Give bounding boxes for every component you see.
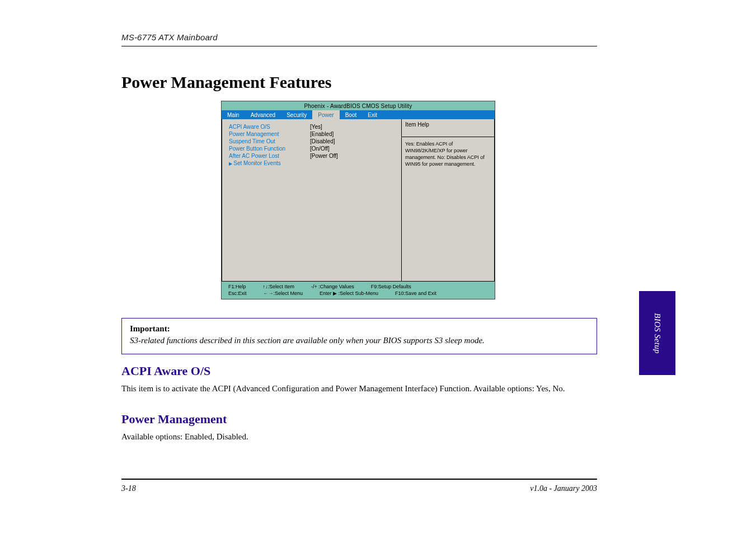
- bios-tab-bar: Main Advanced Security Power Boot Exit: [222, 110, 495, 119]
- important-text: S3-related functions described in this s…: [130, 335, 589, 346]
- bios-row[interactable]: ACPI Aware O/S [Yes]: [229, 124, 396, 130]
- bios-body: ACPI Aware O/S [Yes] Power Management [E…: [222, 119, 495, 282]
- bios-field-label: After AC Power Lost: [229, 153, 310, 159]
- bios-field-value: [Enabled]: [310, 131, 334, 137]
- bios-footer-row: Esc:Exit ←→:Select Menu Enter ▶ :Select …: [228, 291, 490, 297]
- field-desc-power-management: Available options: Enabled, Disabled.: [121, 431, 597, 443]
- bios-field-label: Power Button Function: [229, 146, 310, 152]
- bios-screenshot: Phoenix - AwardBIOS CMOS Setup Utility M…: [221, 101, 495, 299]
- bios-field-label: Power Management: [229, 131, 310, 137]
- bios-tab-security[interactable]: Security: [281, 110, 312, 119]
- bios-hint: ↑↓:Select Item: [263, 284, 295, 291]
- bios-footer: F1:Help ↑↓:Select Item -/+ :Change Value…: [222, 282, 495, 299]
- page-number: 3-18: [121, 484, 136, 493]
- side-tab-label: BIOS Setup: [652, 313, 662, 354]
- footer-version: v1.0a - January 2003: [530, 484, 597, 493]
- bios-title: Phoenix - AwardBIOS CMOS Setup Utility: [222, 101, 495, 110]
- field-heading-power-management: Power Management: [121, 412, 227, 427]
- bios-footer-row: F1:Help ↑↓:Select Item -/+ :Change Value…: [228, 284, 490, 291]
- field-desc-acpi: This item is to activate the ACPI (Advan…: [121, 383, 597, 395]
- bios-hint: F9:Setup Defaults: [371, 284, 411, 291]
- bios-hint: F10:Save and Exit: [395, 291, 436, 297]
- bios-row[interactable]: Suspend Time Out [Disabled]: [229, 138, 396, 144]
- bios-tab-exit[interactable]: Exit: [362, 110, 383, 119]
- bios-right-panel: Item Help Yes: Enables ACPI of WIN98/2K/…: [402, 119, 495, 282]
- bios-help-header: Item Help: [402, 119, 495, 137]
- page: MS-6775 ATX Mainboard Power Management F…: [0, 0, 756, 534]
- bios-hint: ←→:Select Menu: [264, 291, 303, 297]
- bios-hint: Enter ▶ :Select Sub-Menu: [320, 291, 378, 297]
- important-label: Important:: [130, 324, 589, 334]
- bios-field-value: [Power Off]: [310, 153, 338, 159]
- side-tab: BIOS Setup: [639, 291, 675, 375]
- bios-field-value: [On/Off]: [310, 146, 330, 152]
- bios-left-panel: ACPI Aware O/S [Yes] Power Management [E…: [222, 119, 402, 282]
- field-heading-acpi: ACPI Aware O/S: [121, 364, 210, 378]
- bios-row[interactable]: Power Button Function [On/Off]: [229, 146, 396, 152]
- bios-hint: F1:Help: [228, 284, 246, 291]
- page-header: MS-6775 ATX Mainboard: [121, 32, 597, 46]
- footer-rule: [121, 479, 597, 480]
- section-heading: Power Management Features: [121, 73, 331, 92]
- bios-hint: -/+ :Change Values: [311, 284, 354, 291]
- bios-hint: Esc:Exit: [228, 291, 247, 297]
- bios-row[interactable]: Power Management [Enabled]: [229, 131, 396, 137]
- bios-tab-power[interactable]: Power: [312, 110, 339, 119]
- bios-field-value: [Disabled]: [310, 138, 335, 144]
- bios-submenu-label: Set Monitor Events: [233, 160, 280, 166]
- bios-tab-main[interactable]: Main: [222, 110, 245, 119]
- bios-tab-advanced[interactable]: Advanced: [245, 110, 281, 119]
- bios-field-label: Suspend Time Out: [229, 138, 310, 144]
- bios-submenu-item[interactable]: Set Monitor Events: [229, 160, 396, 166]
- important-callout: Important: S3-related functions describe…: [121, 318, 597, 354]
- bios-row[interactable]: After AC Power Lost [Power Off]: [229, 153, 396, 159]
- bios-tab-boot[interactable]: Boot: [340, 110, 363, 119]
- bios-field-label: ACPI Aware O/S: [229, 124, 310, 130]
- header-title: MS-6775 ATX Mainboard: [121, 32, 597, 42]
- header-rule: [121, 46, 597, 46]
- bios-field-value: [Yes]: [310, 124, 322, 130]
- bios-help-body: Yes: Enables ACPI of WIN98/2K/ME/XP for …: [402, 137, 495, 282]
